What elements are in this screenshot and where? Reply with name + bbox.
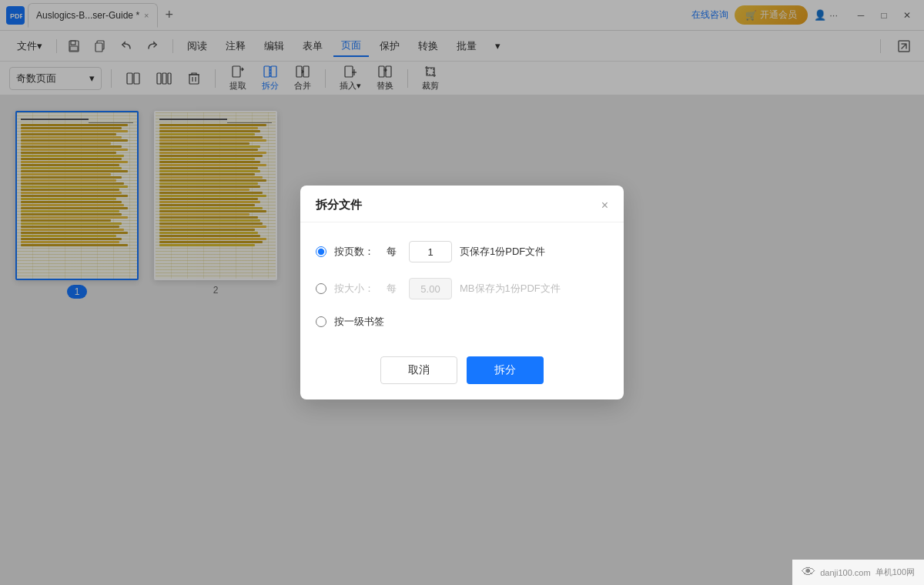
modal-header: 拆分文件 × bbox=[300, 186, 624, 222]
option-by-pages: 按页数： 每 页保存1份PDF文件 bbox=[316, 241, 608, 262]
pages-count-input[interactable] bbox=[409, 241, 452, 262]
label-by-bookmark: 按一级书签 bbox=[334, 315, 384, 329]
mei-by-pages: 每 bbox=[387, 245, 397, 259]
radio-by-size[interactable] bbox=[316, 283, 326, 294]
radio-by-bookmark[interactable] bbox=[316, 316, 326, 327]
watermark-site: danji100.com bbox=[820, 568, 870, 577]
desc-by-pages: 页保存1份PDF文件 bbox=[460, 245, 545, 259]
watermark-icon: 👁 bbox=[802, 564, 815, 580]
size-count-input[interactable] bbox=[409, 278, 452, 299]
confirm-split-button[interactable]: 拆分 bbox=[467, 356, 544, 384]
label-by-pages: 按页数： bbox=[334, 245, 374, 259]
modal-footer: 取消 拆分 bbox=[300, 347, 624, 399]
desc-by-size: MB保存为1份PDF文件 bbox=[460, 282, 561, 296]
modal-close-button[interactable]: × bbox=[601, 199, 608, 212]
option-by-size: 按大小： 每 MB保存为1份PDF文件 bbox=[316, 278, 608, 299]
watermark: 👁 danji100.com 单机100网 bbox=[792, 560, 924, 585]
cancel-button[interactable]: 取消 bbox=[380, 356, 457, 384]
modal-title: 拆分文件 bbox=[316, 198, 362, 212]
split-dialog: 拆分文件 × 按页数： 每 页保存1份PDF文件 按大小： 每 MB保存为1份P… bbox=[300, 186, 624, 399]
mei-by-size: 每 bbox=[387, 282, 397, 296]
radio-by-pages[interactable] bbox=[316, 246, 326, 257]
watermark-brand: 单机100网 bbox=[875, 567, 915, 578]
modal-overlay: 拆分文件 × 按页数： 每 页保存1份PDF文件 按大小： 每 MB保存为1份P… bbox=[0, 0, 924, 585]
option-by-bookmark: 按一级书签 bbox=[316, 315, 608, 329]
modal-body: 按页数： 每 页保存1份PDF文件 按大小： 每 MB保存为1份PDF文件 按一… bbox=[300, 222, 624, 347]
label-by-size: 按大小： bbox=[334, 282, 374, 296]
